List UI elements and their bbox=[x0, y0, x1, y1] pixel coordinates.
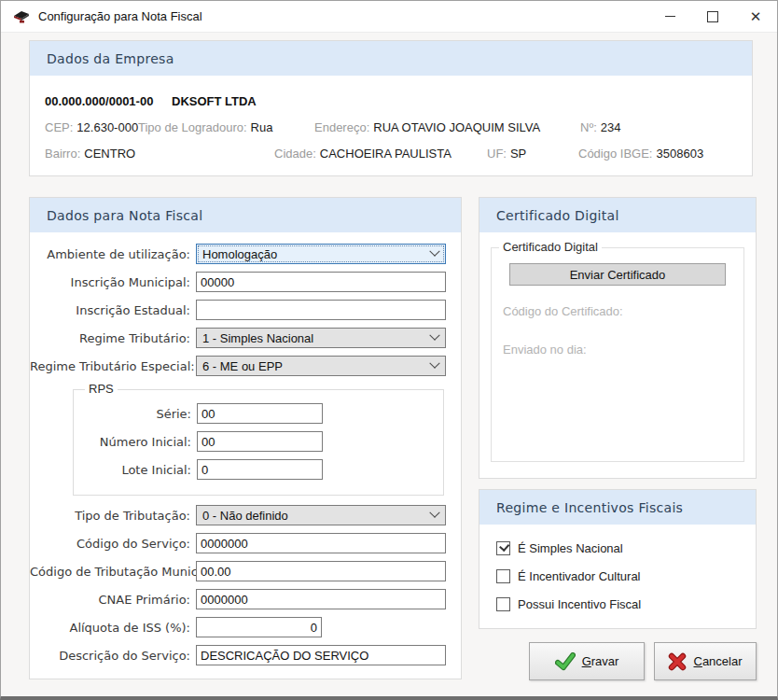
regime-tributario-select[interactable]: 1 - Simples Nacional bbox=[196, 328, 446, 348]
cidade-label: Cidade: bbox=[274, 147, 316, 161]
gravar-label: Gravar bbox=[582, 654, 619, 668]
checkbox-icon bbox=[496, 569, 510, 583]
descricao-servico-input[interactable] bbox=[196, 645, 446, 665]
close-button[interactable]: ✕ bbox=[734, 1, 777, 32]
uf-value: SP bbox=[510, 147, 526, 161]
inscricao-municipal-input[interactable] bbox=[196, 272, 446, 292]
tipo-tributacao-label: Tipo de Tributação: bbox=[30, 509, 196, 523]
bairro-value: CENTRO bbox=[84, 147, 135, 161]
bairro-field: Bairro:CENTRO bbox=[45, 147, 135, 161]
panel-certificado-digital: Certificado Digital Certificado Digital … bbox=[479, 197, 757, 479]
lote-inicial-input[interactable] bbox=[197, 459, 323, 480]
regime-especial-label: Regime Tributário Especial: bbox=[30, 359, 196, 373]
nota-fiscal-form: Ambiente de utilização: Homologação Insc… bbox=[30, 232, 461, 665]
numero-label: Nº: bbox=[580, 120, 597, 134]
checkbox-label: É Incentivador Cultural bbox=[518, 569, 641, 583]
endereco-value: RUA OTAVIO JOAQUIM SILVA bbox=[373, 120, 540, 134]
codigo-certificado-label: Código do Certificado: bbox=[503, 304, 743, 318]
logradouro-label: Tipo de Logradouro: bbox=[138, 120, 247, 134]
checkbox-icon bbox=[496, 541, 510, 555]
gravar-button[interactable]: Gravar bbox=[529, 642, 645, 680]
numero-value: 234 bbox=[601, 120, 621, 134]
empresa-cnpj-row: 00.000.000/0001-00 DKSOFT LTDA bbox=[45, 94, 257, 108]
uf-label: UF: bbox=[487, 147, 507, 161]
title-bar: Configuração para Nota Fiscal ✕ bbox=[1, 1, 777, 33]
checkbox-label: Possui Incentivo Fiscal bbox=[518, 597, 641, 611]
checkbox-simples-nacional[interactable]: É Simples Nacional bbox=[496, 541, 756, 555]
cnae-primario-input[interactable] bbox=[196, 589, 446, 609]
codigo-tributacao-municipal-input[interactable] bbox=[196, 561, 446, 581]
descricao-servico-label: Descrição do Serviço: bbox=[30, 649, 196, 663]
panel-dados-empresa: Dados da Empresa 00.000.000/0001-00 DKSO… bbox=[29, 40, 753, 176]
aliquota-iss-input[interactable] bbox=[196, 617, 322, 637]
codigo-tributacao-municipal-label: Código de Tributação Municipal: bbox=[30, 565, 196, 579]
section-header-regime: Regime e Incentivos Fiscais bbox=[479, 490, 756, 525]
regime-tributario-selected-value: 1 - Simples Nacional bbox=[202, 331, 313, 345]
cancelar-button[interactable]: Cancelar bbox=[654, 642, 757, 680]
razao-social-value: DKSOFT LTDA bbox=[172, 94, 257, 108]
endereco-field: Endereço:RUA OTAVIO JOAQUIM SILVA bbox=[314, 120, 540, 134]
certificado-groupbox: Certificado Digital Enviar Certificado C… bbox=[491, 247, 744, 462]
maximize-button[interactable] bbox=[691, 1, 734, 32]
check-icon bbox=[555, 652, 576, 671]
cnpj-value: 00.000.000/0001-00 bbox=[45, 94, 153, 108]
ibge-label: Código IBGE: bbox=[578, 147, 653, 161]
app-icon bbox=[12, 8, 31, 25]
regime-especial-selected-value: 6 - ME ou EPP bbox=[202, 359, 283, 373]
cep-label: CEP: bbox=[45, 120, 73, 134]
ibge-value: 3508603 bbox=[657, 147, 704, 161]
checkbox-possui-incentivo[interactable]: Possui Incentivo Fiscal bbox=[496, 597, 756, 611]
chevron-down-icon bbox=[429, 508, 439, 518]
panel-dados-nota-fiscal: Dados para Nota Fiscal Ambiente de utili… bbox=[29, 197, 462, 679]
rps-groupbox-title: RPS bbox=[85, 382, 118, 396]
inscricao-estadual-label: Inscrição Estadual: bbox=[30, 303, 196, 317]
regime-especial-select[interactable]: 6 - ME ou EPP bbox=[196, 356, 446, 376]
section-header-certificado: Certificado Digital bbox=[479, 198, 756, 232]
ambiente-select[interactable]: Homologação bbox=[196, 244, 446, 264]
ibge-field: Código IBGE:3508603 bbox=[578, 147, 703, 161]
dialog-window: Configuração para Nota Fiscal ✕ Dados da… bbox=[0, 0, 778, 700]
serie-input[interactable] bbox=[197, 403, 323, 424]
checkbox-incentivador-cultural[interactable]: É Incentivador Cultural bbox=[496, 569, 756, 583]
maximize-icon bbox=[707, 11, 718, 22]
x-icon bbox=[668, 652, 687, 671]
numero-inicial-input[interactable] bbox=[197, 431, 323, 452]
cep-field: CEP:12.630-000 bbox=[45, 120, 138, 134]
chevron-down-icon bbox=[429, 330, 439, 341]
minimize-icon bbox=[665, 16, 675, 17]
panel-regime-incentivos: Regime e Incentivos Fiscais É Simples Na… bbox=[479, 489, 757, 629]
chevron-down-icon bbox=[429, 246, 439, 257]
codigo-servico-input[interactable] bbox=[196, 533, 446, 553]
inscricao-estadual-input[interactable] bbox=[196, 300, 446, 320]
aliquota-iss-label: Alíquota de ISS (%): bbox=[30, 621, 196, 635]
tipo-tributacao-selected-value: 0 - Não definido bbox=[202, 509, 288, 523]
numero-inicial-label: Número Inicial: bbox=[74, 435, 197, 449]
logradouro-field: Tipo de Logradouro:Rua bbox=[138, 120, 272, 134]
logradouro-value: Rua bbox=[251, 120, 273, 134]
cnae-primario-label: CNAE Primário: bbox=[30, 593, 196, 607]
serie-label: Série: bbox=[74, 407, 197, 421]
inscricao-municipal-label: Inscrição Municipal: bbox=[30, 275, 196, 289]
cancelar-label: Cancelar bbox=[693, 654, 742, 668]
ambiente-label: Ambiente de utilização: bbox=[30, 247, 196, 261]
section-header-empresa: Dados da Empresa bbox=[30, 41, 752, 76]
tipo-tributacao-select[interactable]: 0 - Não definido bbox=[196, 505, 446, 525]
checkbox-label: É Simples Nacional bbox=[518, 541, 623, 555]
lote-inicial-label: Lote Inicial: bbox=[74, 463, 197, 477]
endereco-label: Endereço: bbox=[314, 120, 369, 134]
cidade-value: CACHOEIRA PAULISTA bbox=[320, 147, 452, 161]
certificado-groupbox-title: Certificado Digital bbox=[499, 240, 602, 254]
checkbox-icon bbox=[496, 597, 510, 611]
numero-field: Nº:234 bbox=[580, 120, 620, 134]
regime-tributario-label: Regime Tributário: bbox=[30, 331, 196, 345]
window-controls: ✕ bbox=[648, 1, 777, 32]
close-icon: ✕ bbox=[750, 9, 762, 23]
codigo-servico-label: Código do Serviço: bbox=[30, 537, 196, 551]
uf-field: UF:SP bbox=[487, 147, 526, 161]
enviar-certificado-button[interactable]: Enviar Certificado bbox=[509, 263, 726, 286]
chevron-down-icon bbox=[429, 358, 439, 369]
ambiente-selected-value: Homologação bbox=[202, 247, 277, 261]
cidade-field: Cidade:CACHOEIRA PAULISTA bbox=[274, 147, 452, 161]
minimize-button[interactable] bbox=[648, 1, 691, 32]
bairro-label: Bairro: bbox=[45, 147, 80, 161]
